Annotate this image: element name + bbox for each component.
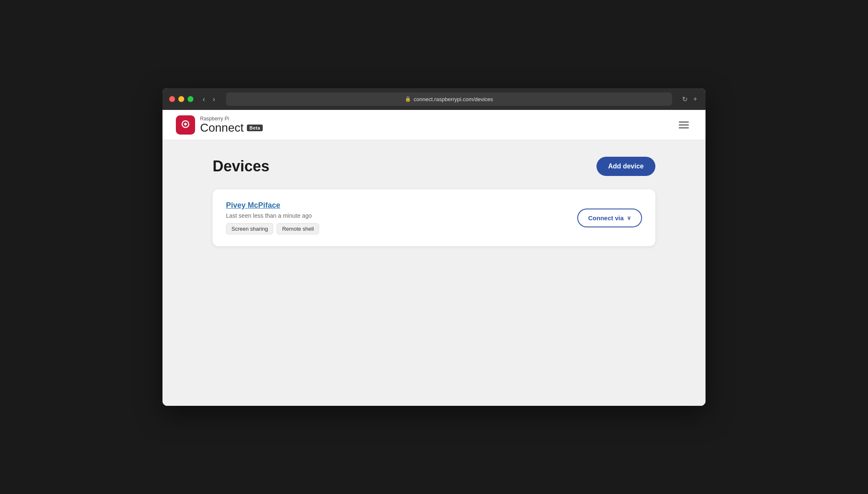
logo-connect-row: Connect Beta [200, 122, 263, 134]
new-tab-button[interactable]: + [692, 94, 699, 104]
screen-sharing-tag: Screen sharing [226, 223, 273, 234]
add-device-button[interactable]: Add device [596, 157, 655, 176]
connect-via-label: Connect via [588, 214, 624, 222]
hamburger-line-3 [679, 127, 689, 128]
connect-label: Connect [200, 122, 244, 134]
logo-text: Raspberry Pi Connect Beta [200, 116, 263, 133]
app-header: Raspberry Pi Connect Beta [162, 110, 706, 140]
lock-icon: 🔒 [405, 96, 411, 102]
logo-area: Raspberry Pi Connect Beta [176, 115, 263, 135]
address-bar[interactable]: 🔒 connect.raspberrypi.com/devices [226, 92, 672, 106]
maximize-button[interactable] [188, 96, 193, 102]
browser-content: Raspberry Pi Connect Beta Devices Add de… [162, 110, 706, 406]
device-card: Pivey McPiface Last seen less than a min… [213, 189, 655, 246]
close-button[interactable] [169, 96, 175, 102]
device-tags: Screen sharing Remote shell [226, 223, 319, 234]
browser-window: ‹ › 🔒 connect.raspberrypi.com/devices ↻ … [162, 88, 706, 406]
back-button[interactable]: ‹ [200, 94, 208, 104]
title-bar: ‹ › 🔒 connect.raspberrypi.com/devices ↻ … [162, 88, 706, 110]
raspberry-pi-logo-icon [176, 115, 195, 135]
connect-via-button[interactable]: Connect via ∨ [577, 209, 642, 227]
nav-buttons: ‹ › [200, 94, 218, 104]
hamburger-menu-button[interactable] [675, 118, 692, 132]
url-text: connect.raspberrypi.com/devices [414, 96, 493, 102]
page-header: Devices Add device [213, 157, 655, 176]
remote-shell-tag: Remote shell [277, 223, 319, 234]
device-last-seen: Last seen less than a minute ago [226, 212, 319, 219]
traffic-lights [169, 96, 193, 102]
forward-button[interactable]: › [210, 94, 218, 104]
reload-button[interactable]: ↻ [680, 94, 689, 105]
page-title: Devices [213, 158, 269, 175]
chevron-down-icon: ∨ [627, 215, 631, 221]
svg-point-0 [185, 123, 187, 125]
minimize-button[interactable] [178, 96, 184, 102]
device-name-link[interactable]: Pivey McPiface [226, 201, 319, 210]
address-bar-actions: ↻ + [680, 94, 699, 105]
main-content: Devices Add device Pivey McPiface Last s… [162, 140, 706, 406]
device-info: Pivey McPiface Last seen less than a min… [226, 201, 319, 234]
beta-badge: Beta [247, 125, 263, 131]
hamburger-line-1 [679, 122, 689, 122]
hamburger-line-2 [679, 125, 689, 125]
